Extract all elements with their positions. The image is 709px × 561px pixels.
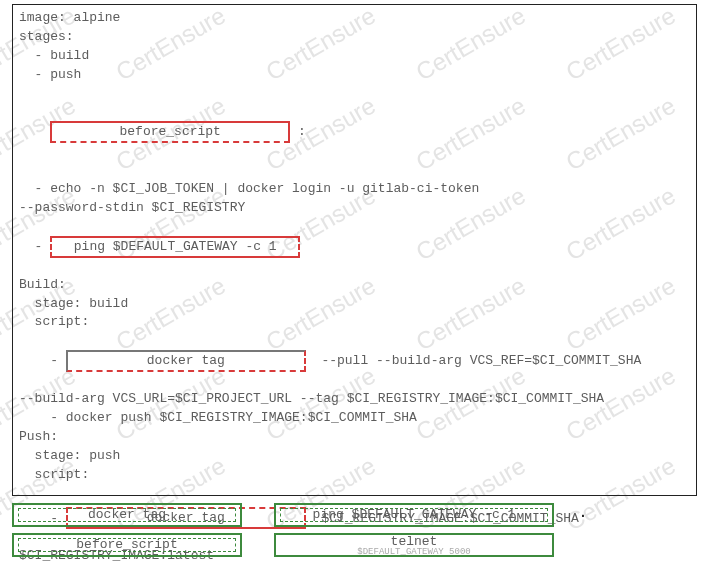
code-line: before_script : [19,102,690,162]
drop-target-before-script[interactable]: before_script [50,121,290,143]
option-telnet-sub: $DEFAULT_GATEWAY 5000 [276,548,552,557]
code-line: stage: build [19,295,690,314]
code-line: - docker push $CI_REGISTRY_IMAGE:$CI_COM… [19,409,690,428]
code-line: - build [19,47,690,66]
option-ping[interactable]: ping $DEFAULT_GATEWAY -c 1 [274,503,554,527]
code-text: --pull --build-arg VCS_REF=$CI_COMMIT_SH… [306,354,641,369]
code-line: image: alpine [19,9,690,28]
option-docker-tag[interactable]: docker tag [12,503,242,527]
code-line: Push: [19,428,690,447]
code-line: - push [19,66,690,85]
code-text: - [19,354,66,369]
code-text: - [19,239,50,254]
code-line: - ping $DEFAULT_GATEWAY -c 1 [19,236,690,258]
drop-target-docker-tag-build[interactable]: docker tag [66,350,306,372]
code-line: stage: push [19,447,690,466]
code-line: stages: [19,28,690,47]
drop-target-ping[interactable]: ping $DEFAULT_GATEWAY -c 1 [50,236,300,258]
option-telnet[interactable]: telnet $DEFAULT_GATEWAY 5000 [274,533,554,557]
code-line: --password-stdin $CI_REGISTRY [19,199,690,218]
code-line: script: [19,466,690,485]
code-block: image: alpine stages: - build - push bef… [12,4,697,496]
code-text: : [290,125,306,140]
code-line: - echo -n $CI_JOB_TOKEN | docker login -… [19,180,690,199]
code-line: --build-arg VCS_URL=$CI_PROJECT_URL --ta… [19,390,690,409]
option-before-script[interactable]: before_script [12,533,242,557]
code-line: script: [19,313,690,332]
code-line: Build: [19,276,690,295]
code-line: - docker tag --pull --build-arg VCS_REF=… [19,350,690,372]
answer-options: docker tag ping $DEFAULT_GATEWAY -c 1 be… [12,503,697,561]
